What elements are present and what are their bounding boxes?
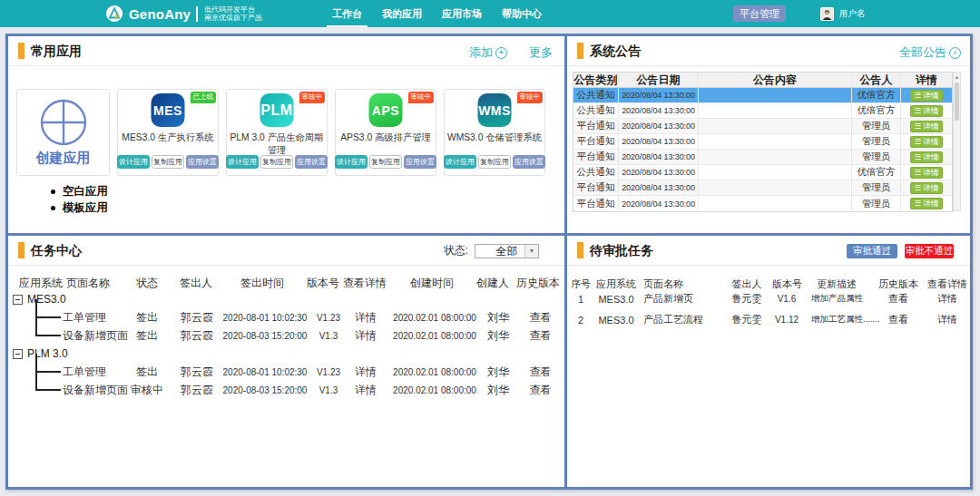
design-app-button[interactable]: 设计应用 <box>117 155 150 169</box>
announcement-detail-button[interactable]: ☰详情 <box>910 105 944 117</box>
announcement-detail-button[interactable]: ☰详情 <box>910 182 944 194</box>
nav-item-app-market[interactable]: 应用市场 <box>442 7 482 21</box>
collapse-minus-icon[interactable] <box>13 349 23 359</box>
announcement-detail-button[interactable]: ☰详情 <box>910 121 944 132</box>
announcement-row[interactable]: 平台通知 2020/08/04 13:30:00 管理员 ☰详情 <box>573 119 952 134</box>
approval-history-link[interactable]: 查看 <box>872 288 925 309</box>
task-row[interactable]: 设备新增页面 审核中 郭云霞 2020-08-03 15:20:00 V1.3 … <box>8 381 564 399</box>
announcements-scrollbar[interactable]: ▲ <box>953 72 961 211</box>
app-card-aps[interactable]: APS 审核中 APS3.0 高级排产管理 设计应用 复制应用 应用设置 <box>335 89 436 176</box>
create-app-label: 创建应用 <box>17 150 109 167</box>
task-detail-link[interactable]: 详情 <box>342 363 389 381</box>
approval-detail-link[interactable]: 详情 <box>925 309 970 330</box>
task-row[interactable]: 工单管理 签出 郭云霞 2020-08-01 10:02:30 V1.23 详情… <box>8 308 564 326</box>
tree-line <box>35 389 61 391</box>
col-date: 公告日期 <box>619 73 699 87</box>
design-app-button[interactable]: 设计应用 <box>226 155 259 169</box>
announcement-content <box>699 180 852 195</box>
announcement-row[interactable]: 平台通知 2020/08/04 13:30:00 管理员 ☰详情 <box>573 180 952 196</box>
app-settings-button[interactable]: 应用设置 <box>513 155 545 169</box>
approval-history-link[interactable]: 查看 <box>872 309 925 330</box>
approval-row[interactable]: 2 MES3.0 产品工艺流程 鲁元雯 V1.12 增加工艺属性....... … <box>567 309 970 330</box>
announcement-detail-button[interactable]: ☰详情 <box>910 167 944 179</box>
approve-button[interactable]: 审批通过 <box>847 244 897 258</box>
announcement-date: 2020/08/04 13:30:00 <box>619 150 699 164</box>
announcements-header: 系统公告 全部公告 › <box>567 36 970 66</box>
approval-person: 鲁元雯 <box>721 288 772 309</box>
task-history-link[interactable]: 查看 <box>516 381 564 399</box>
list-icon: ☰ <box>915 183 922 193</box>
app-settings-button[interactable]: 应用设置 <box>186 155 219 169</box>
announcement-publisher: 管理员 <box>852 134 901 149</box>
announcement-row[interactable]: 公共通知 2020/08/04 13:30:00 优倍官方 ☰详情 <box>573 88 952 103</box>
list-icon: ☰ <box>915 91 922 101</box>
main-container: 常用应用 添加 + 更多 创建应 <box>5 34 973 490</box>
task-detail-link[interactable]: 详情 <box>342 308 389 326</box>
quick-link-blank-app[interactable]: 空白应用 <box>51 183 108 199</box>
task-version: V1.23 <box>315 363 342 381</box>
scroll-up-icon[interactable]: ▲ <box>954 73 960 81</box>
task-group-row[interactable]: PLM 3.0 <box>8 345 564 363</box>
app-card-plm[interactable]: PLM 审核中 PLM 3.0 产品生命周期管理 设计应用 复制应用 应用设置 <box>226 89 328 176</box>
design-app-button[interactable]: 设计应用 <box>335 155 368 169</box>
panel-approvals: 待审批任务 审批通过 审批不通过 序号 应用系统 页面名称 签出人 版本号 更新… <box>567 236 970 487</box>
nav-item-my-apps[interactable]: 我的应用 <box>382 7 422 21</box>
collapse-minus-icon[interactable] <box>13 295 23 305</box>
user-area[interactable]: 用户名 <box>820 0 866 27</box>
approvals-table-body: 1 MES3.0 产品新增页 鲁元雯 V1.6 增加产品属性 查看 详情 2 M… <box>567 288 970 330</box>
nav-item-help-center[interactable]: 帮助中心 <box>502 7 542 21</box>
announcement-detail-button[interactable]: ☰详情 <box>910 90 944 102</box>
announcement-row[interactable]: 公共通知 2020/08/04 13:30:00 优倍官方 ☰详情 <box>573 165 952 180</box>
scrollbar-thumb[interactable] <box>955 83 959 121</box>
task-row[interactable]: 工单管理 签出 郭云霞 2020-08-01 10:02:30 V1.23 详情… <box>8 363 564 381</box>
approval-detail-link[interactable]: 详情 <box>925 288 970 309</box>
create-app-card[interactable]: 创建应用 <box>16 89 110 176</box>
app-card-wms[interactable]: WMS 审核中 WMS3.0 仓储管理系统 设计应用 复制应用 应用设置 <box>444 89 545 176</box>
platform-admin-button[interactable]: 平台管理 <box>733 5 786 22</box>
col-person: 签出人 <box>180 276 212 291</box>
task-detail-link[interactable]: 详情 <box>342 326 389 345</box>
task-history-link[interactable]: 查看 <box>516 308 564 326</box>
announcement-publisher: 优倍官方 <box>852 88 901 102</box>
copy-app-button[interactable]: 复制应用 <box>478 155 511 169</box>
reject-button[interactable]: 审批不通过 <box>905 244 954 258</box>
more-apps-link[interactable]: 更多 <box>529 44 553 61</box>
task-detail-link[interactable]: 详情 <box>342 381 389 399</box>
copy-app-button[interactable]: 复制应用 <box>152 155 184 169</box>
all-announcements-link[interactable]: 全部公告 › <box>899 44 961 61</box>
app-card-mes[interactable]: MES 已上线 MES3.0 生产执行系统 设计应用 复制应用 应用设置 <box>117 89 219 176</box>
task-checkout-time: 2020-08-01 10:02:30 <box>215 363 315 381</box>
col-checkout-time: 签出时间 <box>240 276 284 291</box>
approval-row[interactable]: 1 MES3.0 产品新增页 鲁元雯 V1.6 增加产品属性 查看 详情 <box>567 288 970 309</box>
add-app-link[interactable]: 添加 + <box>469 44 507 61</box>
task-row[interactable]: 设备新增页面 签出 郭云霞 2020-08-03 15:20:00 V1.3 详… <box>8 326 564 345</box>
approval-version: V1.6 <box>772 288 801 309</box>
quick-link-template-app[interactable]: 模板应用 <box>51 199 108 216</box>
chevron-down-icon[interactable]: ▾ <box>524 245 538 258</box>
task-version: V1.3 <box>315 326 342 345</box>
copy-app-button[interactable]: 复制应用 <box>369 155 402 169</box>
announcement-row[interactable]: 平台通知 2020/08/04 13:30:00 管理员 ☰详情 <box>573 150 952 165</box>
task-history-link[interactable]: 查看 <box>516 326 564 345</box>
task-history-link[interactable]: 查看 <box>516 363 564 381</box>
announcement-row[interactable]: 公共通知 2020/08/04 13:30:00 优倍官方 ☰详情 <box>573 103 952 119</box>
announcement-row[interactable]: 平台通知 2020/08/04 13:30:00 管理员 ☰详情 <box>573 134 952 150</box>
announcement-detail-button[interactable]: ☰详情 <box>910 136 944 148</box>
copy-app-button[interactable]: 复制应用 <box>260 155 293 169</box>
status-filter-select[interactable]: 全部 ▾ <box>475 244 539 258</box>
user-avatar[interactable] <box>820 7 834 21</box>
announcement-detail-button[interactable]: ☰详情 <box>910 151 944 163</box>
app-settings-button[interactable]: 应用设置 <box>295 155 328 169</box>
list-icon: ☰ <box>915 152 922 162</box>
announcement-detail-button[interactable]: ☰详情 <box>910 198 944 209</box>
nav-item-workbench[interactable]: 工作台 <box>332 7 362 21</box>
announcement-row[interactable]: 平台通知 2020/08/04 13:30:00 管理员 ☰详情 <box>573 196 952 211</box>
logo-subtitle-line2: 南京优倍旗下产品 <box>204 14 262 23</box>
task-table-body: MES3.0 工单管理 签出 郭云霞 2020-08-01 10:02:30 V… <box>8 290 564 399</box>
task-group-row[interactable]: MES3.0 <box>8 290 564 308</box>
design-app-button[interactable]: 设计应用 <box>444 155 476 169</box>
task-creator: 刘华 <box>480 363 516 381</box>
detail-label: 详情 <box>923 137 938 147</box>
app-settings-button[interactable]: 应用设置 <box>404 155 436 169</box>
list-icon: ☰ <box>915 122 922 131</box>
